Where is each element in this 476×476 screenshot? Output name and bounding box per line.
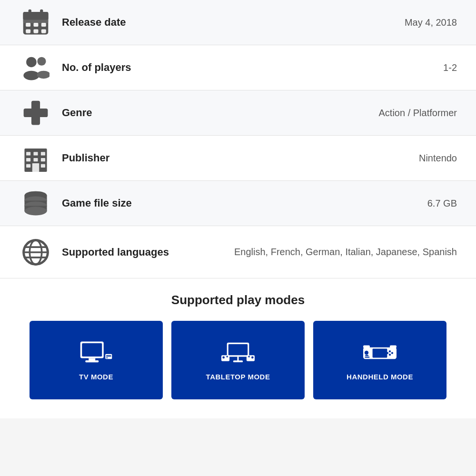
release-date-value: May 4, 2018 [405, 17, 462, 28]
building-icon [14, 144, 57, 172]
languages-label: Supported languages [57, 246, 234, 258]
svg-point-65 [222, 357, 225, 359]
svg-point-74 [365, 351, 368, 355]
svg-rect-17 [33, 23, 38, 27]
players-icon [14, 54, 57, 81]
tabletop-mode-card[interactable]: TABLETOP MODE [171, 321, 305, 399]
genre-value: Action / Platformer [378, 108, 462, 119]
svg-rect-15 [40, 10, 43, 17]
tv-mode-card[interactable]: TV MODE [30, 321, 163, 399]
svg-point-24 [37, 57, 46, 66]
svg-rect-75 [365, 355, 368, 356]
svg-point-77 [389, 350, 391, 352]
svg-rect-36 [41, 158, 45, 161]
file-size-row: Game file size 6.7 GB [0, 181, 476, 226]
languages-row: Supported languages English, French, Ger… [0, 226, 476, 278]
num-players-label: No. of players [57, 61, 443, 74]
play-modes-title: Supported play modes [14, 293, 462, 307]
file-size-label: Game file size [57, 197, 427, 209]
tv-icon [79, 339, 113, 367]
handheld-mode-card[interactable]: HANDHELD MODE [313, 321, 446, 399]
svg-rect-29 [24, 109, 47, 117]
svg-rect-55 [89, 358, 95, 360]
svg-point-69 [251, 357, 254, 359]
svg-rect-35 [33, 158, 38, 161]
dpad-icon [14, 99, 57, 127]
svg-rect-59 [106, 357, 108, 358]
svg-rect-18 [41, 23, 46, 27]
svg-point-78 [391, 352, 393, 354]
svg-rect-16 [26, 23, 30, 27]
svg-point-46 [24, 207, 47, 215]
svg-point-25 [37, 71, 50, 79]
svg-rect-20 [33, 30, 38, 33]
tabletop-mode-label: TABLETOP MODE [206, 373, 270, 381]
svg-rect-68 [247, 355, 255, 361]
tabletop-icon [221, 339, 255, 367]
svg-rect-64 [221, 355, 229, 361]
publisher-value: Nintendo [419, 153, 462, 164]
languages-value: English, French, German, Italian, Japane… [234, 247, 462, 258]
calendar-icon [14, 9, 57, 36]
num-players-row: No. of players 1-2 [0, 45, 476, 90]
tv-mode-label: TV MODE [79, 373, 113, 381]
num-players-value: 1-2 [443, 62, 462, 73]
handheld-mode-label: HANDHELD MODE [347, 373, 413, 381]
svg-rect-14 [29, 10, 31, 17]
play-modes-section: Supported play modes TV MODE [0, 278, 476, 418]
svg-rect-71 [249, 356, 250, 357]
play-modes-grid: TV MODE TABLETOP MOD [14, 321, 462, 399]
publisher-row: Publisher Nintendo [0, 136, 476, 181]
svg-rect-61 [228, 344, 248, 355]
svg-rect-21 [41, 30, 46, 33]
svg-rect-73 [373, 349, 387, 358]
svg-rect-33 [41, 152, 45, 155]
handheld-icon [363, 339, 397, 367]
file-size-value: 6.7 GB [427, 198, 462, 209]
svg-rect-37 [26, 164, 30, 168]
svg-rect-63 [233, 360, 243, 362]
svg-rect-39 [32, 163, 40, 172]
svg-rect-67 [227, 356, 228, 357]
info-table: Release date May 4, 2018 No. of players … [0, 0, 476, 278]
svg-rect-54 [82, 343, 102, 357]
svg-rect-81 [363, 346, 370, 348]
release-date-label: Release date [57, 16, 405, 29]
svg-rect-56 [85, 360, 99, 362]
release-date-row: Release date May 4, 2018 [0, 0, 476, 45]
svg-point-79 [387, 352, 388, 354]
svg-rect-19 [26, 30, 30, 33]
genre-label: Genre [57, 107, 378, 119]
svg-point-23 [23, 71, 39, 80]
svg-rect-58 [106, 355, 111, 357]
svg-rect-34 [26, 158, 30, 161]
svg-rect-38 [41, 164, 45, 168]
svg-rect-31 [26, 152, 30, 155]
svg-rect-32 [33, 152, 38, 155]
database-icon [14, 189, 57, 217]
publisher-label: Publisher [57, 152, 419, 164]
svg-point-80 [389, 354, 391, 356]
svg-point-22 [26, 57, 37, 68]
svg-rect-76 [365, 357, 370, 357]
svg-rect-13 [23, 12, 49, 20]
globe-icon [14, 238, 57, 266]
svg-rect-82 [390, 346, 397, 348]
genre-row: Genre Action / Platformer [0, 90, 476, 136]
